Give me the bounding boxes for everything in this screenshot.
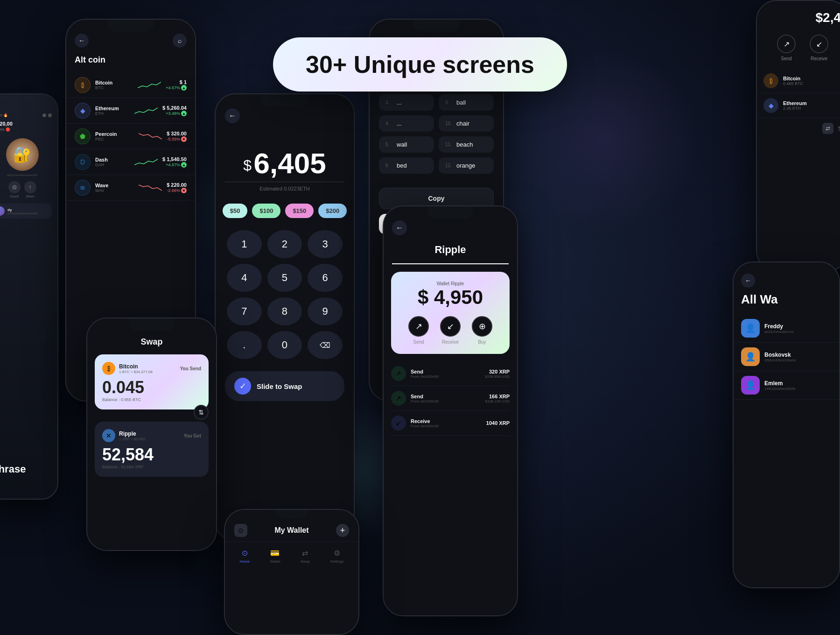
numkey-8[interactable]: 8	[267, 297, 302, 325]
coin-price-dah: $ 1,540.50 +4.67% ▲	[162, 156, 187, 168]
tx-usd: $108.196 USD	[485, 399, 510, 403]
phone8-send-action[interactable]: ↗ Send	[777, 35, 796, 61]
coin-icon-btc: ₿	[75, 77, 91, 93]
phone5-wallet-card: Wallet Ripple $ 4,950 ↗ Send ↙ Receive ⊕…	[391, 272, 510, 354]
swap-get-balance: Balance : 52,684 XRP	[102, 465, 201, 469]
phrase-item-11: 6.bed	[379, 157, 434, 174]
coin-row-dah[interactable]: D Dash DAH $ 1,540.50 +4.67% ▲	[66, 149, 195, 175]
slide-to-swap-bar[interactable]: ✓ Slide to Swap	[225, 371, 344, 401]
swap-xrp-name: Ripple	[119, 430, 146, 437]
coin-row-eth[interactable]: ◆ Ethereum ETH $ 5,260.04 +3.48% ▲	[66, 98, 195, 124]
quick-200[interactable]: $200	[318, 204, 347, 218]
transaction-list: ↗ Send From 0x4200c90 320 XRP $208.856 U…	[384, 361, 517, 436]
numkey-4[interactable]: 4	[227, 264, 262, 292]
numkey-1[interactable]: 1	[227, 230, 262, 258]
coin-name-dah: Dash	[95, 157, 130, 162]
hero-badge: 30+ Unique screens	[273, 37, 567, 92]
phone5-card-label: Wallet Ripple	[400, 281, 500, 286]
swap-send-amount: 0.045	[102, 378, 201, 397]
phone-swap: Swap ₿ Bitcoin 1 BTC = $34,377.08 You Se…	[86, 318, 217, 551]
user-avatar-emlem: 👤	[741, 376, 760, 395]
phone8-amount: $2,4	[757, 10, 840, 30]
phone8-send-label: Send	[781, 56, 791, 61]
swap-card-receive: ✕ Ripple 1 XRP = $0.652 You Get 52,584 B…	[95, 422, 209, 477]
coin-icon-pec: ⬟	[75, 128, 91, 144]
numkey-del[interactable]: ⌫	[308, 331, 343, 359]
numkey-6[interactable]: 6	[308, 264, 343, 292]
coin-row-pec[interactable]: ⬟ Peercoin PEC $ 320.00 -5.55% ▼	[66, 124, 195, 149]
wallet-user-freddy[interactable]: 👤 Freddy an21vnmvok2vva	[734, 314, 839, 343]
phone5-back-button[interactable]: ←	[392, 220, 407, 235]
phone5-receive-label: Receive	[442, 339, 459, 345]
nav-swap[interactable]: ⇄ Swap	[301, 549, 310, 564]
phone8-swap-icon[interactable]: ⇄	[822, 123, 833, 134]
swap-send-balance: Balance : 0.955 BTC	[102, 397, 201, 402]
phone8-coin-bitcoin[interactable]: ₿ Bitcoin 0.465 BTC ›	[757, 69, 840, 93]
phone5-send-label: Send	[413, 339, 424, 345]
phone2-search-button[interactable]: ⌕	[173, 34, 187, 48]
tx-item-send: ↗ Send From 0x4200c90 320 XRP $208.856 U…	[391, 361, 510, 386]
numkey-7[interactable]: 7	[227, 297, 262, 325]
phone5-buy-action[interactable]: ⊕ Buy	[472, 316, 492, 345]
phone3-back-button[interactable]: ←	[225, 108, 240, 123]
tx-icon: ↗	[391, 391, 406, 406]
phrase-item-9: 5.wall	[379, 136, 434, 153]
phrase-item-8: 10.chair	[439, 115, 494, 132]
coin-row-wav[interactable]: ≋ Wave WAV $ 220.00 -2.66% ▼	[66, 175, 195, 201]
numkey-9[interactable]: 9	[308, 297, 343, 325]
slide-check-icon: ✓	[234, 378, 251, 395]
nav-settings[interactable]: ⚙ Settings	[330, 549, 343, 564]
p8-coin-info: Bitcoin 0.465 BTC	[783, 76, 803, 86]
phone5-send-icon: ↗	[408, 316, 429, 337]
wallet-user-boskovsk[interactable]: 👤 Boskovsk 2f91nv19cm19ncln	[734, 343, 839, 371]
numkey-2[interactable]: 2	[267, 230, 302, 258]
hero-badge-text: 30+ Unique screens	[306, 50, 534, 78]
sparkline-pec	[139, 131, 162, 142]
coin-icon-dah: D	[75, 154, 91, 170]
my-wallet-title: My Wallet	[274, 526, 308, 535]
phone5-buy-icon: ⊕	[472, 316, 492, 337]
phone8-receive-icon: ↙	[810, 35, 828, 53]
tx-type: Send	[411, 369, 481, 374]
quick-150[interactable]: $150	[285, 204, 314, 218]
numkey-5[interactable]: 5	[267, 264, 302, 292]
phone-wallet-phrase: wallet 🔥 $ 220,00 -2,66% 🔴 🔐 an21vnmvok2…	[0, 93, 58, 500]
phone9-back-button[interactable]: ←	[741, 274, 755, 288]
phone5-receive-icon: ↙	[440, 316, 461, 337]
tx-from: From 0x4200c90	[411, 374, 481, 379]
phone2-back-button[interactable]: ←	[75, 34, 89, 48]
coin-price-pec: $ 320.00 -5.55% ▼	[167, 131, 187, 142]
phone-all-wallets: ← All Wa 👤 Freddy an21vnmvok2vva 👤 Bosko…	[733, 261, 840, 588]
p8-coin-icon: ₿	[763, 73, 778, 88]
nav-home[interactable]: ⊙ Home	[240, 549, 250, 564]
coin-symbol-btc: BTC	[95, 85, 133, 90]
coin-symbol-dah: DAH	[95, 162, 130, 167]
tx-icon: ↙	[391, 416, 406, 430]
numpad-grid: 123456789.0⌫	[216, 226, 354, 364]
tx-item-receive: ↙ Receive From 0x4200c90 1040 XRP	[391, 411, 510, 436]
phone5-send-action[interactable]: ↗ Send	[408, 316, 429, 345]
phone5-receive-action[interactable]: ↙ Receive	[440, 316, 461, 345]
numkey-dot[interactable]: .	[227, 331, 262, 359]
sparkline-eth	[134, 105, 158, 116]
numkey-3[interactable]: 3	[308, 230, 343, 258]
coin-row-btc[interactable]: ₿ Bitcoin BTC $ 1 +4.67% ▲	[66, 72, 195, 98]
coin-icon-eth: ◆	[75, 103, 91, 119]
wallet-user-emlem[interactable]: 👤 Emlem 14fh10cdmx1082b	[734, 371, 839, 400]
coin-price-btc: $ 1 +4.67% ▲	[166, 79, 187, 91]
swap-toggle-button[interactable]: ⇅	[194, 405, 209, 420]
tx-xrp: 1040 XRP	[486, 420, 510, 426]
phone3-currency-symbol: $	[243, 157, 252, 174]
numkey-0[interactable]: 0	[267, 331, 302, 359]
tx-item-send: ↗ Send From 0x4200c90 166 XRP $108.196 U…	[391, 386, 510, 411]
phone9-title: All Wa	[734, 292, 839, 314]
nav-wallet[interactable]: 💳 Wallet	[270, 549, 280, 564]
phone8-coin-ethereum[interactable]: ◆ Ethereum 2.45 ETH ›	[757, 93, 840, 118]
quick-100[interactable]: $100	[252, 204, 280, 218]
swap-xrp-icon: ✕	[102, 429, 115, 442]
phone8-receive-action[interactable]: ↙ Receive	[810, 35, 828, 61]
add-wallet-button[interactable]: +	[336, 524, 349, 537]
coin-symbol-pec: PEC	[95, 137, 134, 141]
quick-50[interactable]: $50	[223, 204, 248, 218]
phone-my-wallet: ⊙ My Wallet + ⊙ Home 💳 Wallet ⇄ Swap	[224, 509, 359, 635]
